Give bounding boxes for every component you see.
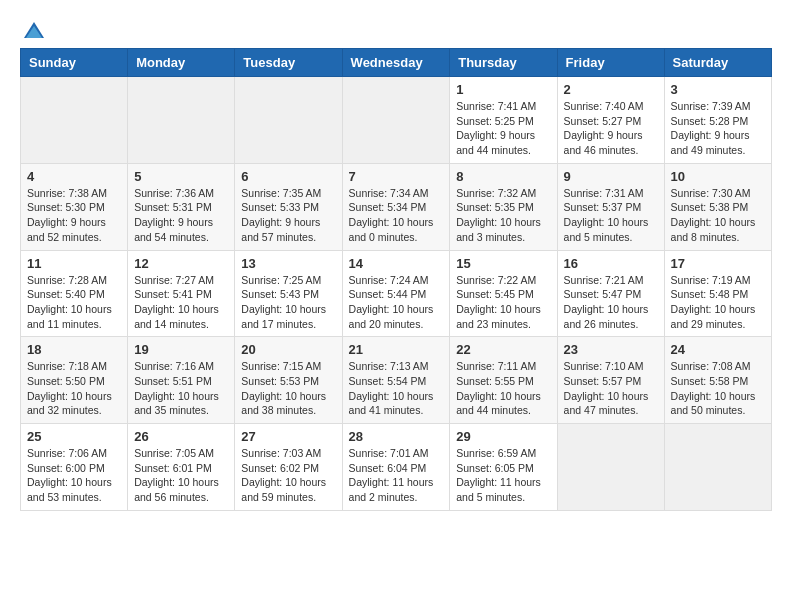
day-header-thursday: Thursday [450,49,557,77]
calendar-table: SundayMondayTuesdayWednesdayThursdayFrid… [20,48,772,511]
day-info: Sunrise: 7:36 AM Sunset: 5:31 PM Dayligh… [134,186,228,245]
day-number: 11 [27,256,121,271]
day-info: Sunrise: 7:15 AM Sunset: 5:53 PM Dayligh… [241,359,335,418]
day-header-tuesday: Tuesday [235,49,342,77]
day-info: Sunrise: 7:35 AM Sunset: 5:33 PM Dayligh… [241,186,335,245]
day-info: Sunrise: 7:31 AM Sunset: 5:37 PM Dayligh… [564,186,658,245]
day-info: Sunrise: 7:34 AM Sunset: 5:34 PM Dayligh… [349,186,444,245]
calendar-week-2: 4Sunrise: 7:38 AM Sunset: 5:30 PM Daylig… [21,163,772,250]
calendar-cell [557,424,664,511]
calendar-cell: 7Sunrise: 7:34 AM Sunset: 5:34 PM Daylig… [342,163,450,250]
day-info: Sunrise: 7:41 AM Sunset: 5:25 PM Dayligh… [456,99,550,158]
day-number: 24 [671,342,765,357]
calendar-week-3: 11Sunrise: 7:28 AM Sunset: 5:40 PM Dayli… [21,250,772,337]
day-number: 25 [27,429,121,444]
day-header-wednesday: Wednesday [342,49,450,77]
day-number: 12 [134,256,228,271]
day-info: Sunrise: 6:59 AM Sunset: 6:05 PM Dayligh… [456,446,550,505]
calendar-cell: 15Sunrise: 7:22 AM Sunset: 5:45 PM Dayli… [450,250,557,337]
day-info: Sunrise: 7:22 AM Sunset: 5:45 PM Dayligh… [456,273,550,332]
calendar-week-5: 25Sunrise: 7:06 AM Sunset: 6:00 PM Dayli… [21,424,772,511]
day-number: 8 [456,169,550,184]
day-number: 21 [349,342,444,357]
calendar-cell: 16Sunrise: 7:21 AM Sunset: 5:47 PM Dayli… [557,250,664,337]
calendar-cell: 1Sunrise: 7:41 AM Sunset: 5:25 PM Daylig… [450,77,557,164]
calendar-cell: 4Sunrise: 7:38 AM Sunset: 5:30 PM Daylig… [21,163,128,250]
day-header-friday: Friday [557,49,664,77]
logo-icon [22,20,46,44]
calendar-cell: 10Sunrise: 7:30 AM Sunset: 5:38 PM Dayli… [664,163,771,250]
day-number: 19 [134,342,228,357]
day-number: 26 [134,429,228,444]
calendar-cell: 14Sunrise: 7:24 AM Sunset: 5:44 PM Dayli… [342,250,450,337]
calendar-cell: 27Sunrise: 7:03 AM Sunset: 6:02 PM Dayli… [235,424,342,511]
calendar-cell: 3Sunrise: 7:39 AM Sunset: 5:28 PM Daylig… [664,77,771,164]
day-info: Sunrise: 7:06 AM Sunset: 6:00 PM Dayligh… [27,446,121,505]
day-number: 28 [349,429,444,444]
day-info: Sunrise: 7:28 AM Sunset: 5:40 PM Dayligh… [27,273,121,332]
calendar-cell: 13Sunrise: 7:25 AM Sunset: 5:43 PM Dayli… [235,250,342,337]
day-number: 9 [564,169,658,184]
day-info: Sunrise: 7:10 AM Sunset: 5:57 PM Dayligh… [564,359,658,418]
day-number: 1 [456,82,550,97]
day-number: 7 [349,169,444,184]
page-header [20,20,772,38]
day-number: 3 [671,82,765,97]
day-header-sunday: Sunday [21,49,128,77]
day-number: 5 [134,169,228,184]
calendar-cell: 22Sunrise: 7:11 AM Sunset: 5:55 PM Dayli… [450,337,557,424]
calendar-cell [664,424,771,511]
day-info: Sunrise: 7:11 AM Sunset: 5:55 PM Dayligh… [456,359,550,418]
day-info: Sunrise: 7:16 AM Sunset: 5:51 PM Dayligh… [134,359,228,418]
day-number: 13 [241,256,335,271]
calendar-cell [21,77,128,164]
day-number: 2 [564,82,658,97]
day-number: 20 [241,342,335,357]
calendar-cell: 11Sunrise: 7:28 AM Sunset: 5:40 PM Dayli… [21,250,128,337]
calendar-cell: 18Sunrise: 7:18 AM Sunset: 5:50 PM Dayli… [21,337,128,424]
day-info: Sunrise: 7:25 AM Sunset: 5:43 PM Dayligh… [241,273,335,332]
calendar-cell: 2Sunrise: 7:40 AM Sunset: 5:27 PM Daylig… [557,77,664,164]
day-number: 23 [564,342,658,357]
calendar-header-row: SundayMondayTuesdayWednesdayThursdayFrid… [21,49,772,77]
calendar-cell: 19Sunrise: 7:16 AM Sunset: 5:51 PM Dayli… [128,337,235,424]
day-info: Sunrise: 7:39 AM Sunset: 5:28 PM Dayligh… [671,99,765,158]
day-info: Sunrise: 7:01 AM Sunset: 6:04 PM Dayligh… [349,446,444,505]
calendar-cell: 24Sunrise: 7:08 AM Sunset: 5:58 PM Dayli… [664,337,771,424]
calendar-cell: 26Sunrise: 7:05 AM Sunset: 6:01 PM Dayli… [128,424,235,511]
day-number: 22 [456,342,550,357]
calendar-cell: 17Sunrise: 7:19 AM Sunset: 5:48 PM Dayli… [664,250,771,337]
calendar-cell: 6Sunrise: 7:35 AM Sunset: 5:33 PM Daylig… [235,163,342,250]
day-number: 16 [564,256,658,271]
day-info: Sunrise: 7:30 AM Sunset: 5:38 PM Dayligh… [671,186,765,245]
calendar-cell: 9Sunrise: 7:31 AM Sunset: 5:37 PM Daylig… [557,163,664,250]
day-info: Sunrise: 7:13 AM Sunset: 5:54 PM Dayligh… [349,359,444,418]
calendar-cell [235,77,342,164]
day-number: 17 [671,256,765,271]
day-header-monday: Monday [128,49,235,77]
day-number: 15 [456,256,550,271]
day-number: 4 [27,169,121,184]
calendar-cell: 23Sunrise: 7:10 AM Sunset: 5:57 PM Dayli… [557,337,664,424]
day-number: 10 [671,169,765,184]
day-info: Sunrise: 7:18 AM Sunset: 5:50 PM Dayligh… [27,359,121,418]
calendar-cell: 8Sunrise: 7:32 AM Sunset: 5:35 PM Daylig… [450,163,557,250]
day-header-saturday: Saturday [664,49,771,77]
day-info: Sunrise: 7:40 AM Sunset: 5:27 PM Dayligh… [564,99,658,158]
calendar-cell: 28Sunrise: 7:01 AM Sunset: 6:04 PM Dayli… [342,424,450,511]
day-info: Sunrise: 7:19 AM Sunset: 5:48 PM Dayligh… [671,273,765,332]
day-info: Sunrise: 7:38 AM Sunset: 5:30 PM Dayligh… [27,186,121,245]
day-number: 14 [349,256,444,271]
day-info: Sunrise: 7:08 AM Sunset: 5:58 PM Dayligh… [671,359,765,418]
calendar-cell: 21Sunrise: 7:13 AM Sunset: 5:54 PM Dayli… [342,337,450,424]
calendar-week-1: 1Sunrise: 7:41 AM Sunset: 5:25 PM Daylig… [21,77,772,164]
calendar-cell [128,77,235,164]
day-number: 6 [241,169,335,184]
day-info: Sunrise: 7:32 AM Sunset: 5:35 PM Dayligh… [456,186,550,245]
day-info: Sunrise: 7:27 AM Sunset: 5:41 PM Dayligh… [134,273,228,332]
day-info: Sunrise: 7:21 AM Sunset: 5:47 PM Dayligh… [564,273,658,332]
calendar-week-4: 18Sunrise: 7:18 AM Sunset: 5:50 PM Dayli… [21,337,772,424]
calendar-cell: 5Sunrise: 7:36 AM Sunset: 5:31 PM Daylig… [128,163,235,250]
day-info: Sunrise: 7:03 AM Sunset: 6:02 PM Dayligh… [241,446,335,505]
calendar-cell: 29Sunrise: 6:59 AM Sunset: 6:05 PM Dayli… [450,424,557,511]
